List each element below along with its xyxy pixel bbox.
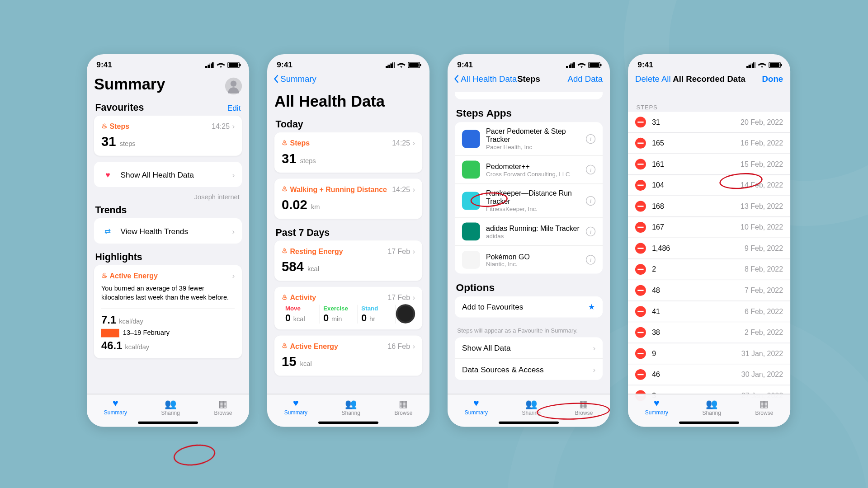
- data-row[interactable]: 9 31 Jan, 2022: [628, 343, 790, 365]
- highlight-card[interactable]: ♨Active Energy › You burned an average o…: [94, 265, 242, 358]
- app-row[interactable]: Runkeeper—Distance Run TrackerFitnessKee…: [455, 184, 603, 217]
- app-publisher: adidas: [486, 232, 580, 239]
- resting-energy-card[interactable]: ♨Resting Energy17 Feb› 584 kcal: [274, 240, 422, 281]
- data-value: 48: [652, 286, 738, 295]
- data-row[interactable]: 48 7 Feb, 2022: [628, 280, 790, 301]
- info-icon[interactable]: i: [586, 255, 595, 264]
- data-date: 9 Feb, 2022: [745, 244, 783, 253]
- steps-card[interactable]: ♨Steps 14:25› 31 steps: [94, 116, 242, 156]
- data-row[interactable]: 38 2 Feb, 2022: [628, 322, 790, 343]
- trends-header: Trends: [95, 205, 127, 216]
- tab-browse[interactable]: ▦Browse: [214, 398, 232, 416]
- home-indicator[interactable]: [138, 422, 198, 424]
- data-row[interactable]: 165 16 Feb, 2022: [628, 133, 790, 154]
- app-row[interactable]: Pedometer++Cross Forward Consulting, LLC…: [455, 156, 603, 184]
- steps-card[interactable]: ♨Steps14:25› 31 steps: [274, 132, 422, 173]
- status-bar: 9:41: [448, 54, 610, 72]
- data-row[interactable]: 31 20 Feb, 2022: [628, 112, 790, 133]
- app-icon: [462, 222, 480, 240]
- tab-browse[interactable]: ▦Browse: [575, 398, 593, 416]
- add-data-button[interactable]: Add Data: [568, 74, 603, 84]
- app-row[interactable]: Pacer Pedometer & Step TrackerPacer Heal…: [455, 122, 603, 155]
- data-sources-access[interactable]: Data Sources & Access›: [455, 359, 603, 380]
- data-row[interactable]: 104 14 Feb, 2022: [628, 175, 790, 196]
- home-indicator[interactable]: [679, 422, 739, 424]
- app-row[interactable]: adidas Running: Mile Trackeradidas i: [455, 218, 603, 246]
- walking-distance-card[interactable]: ♨Walking + Running Distance14:25› 0.02 k…: [274, 178, 422, 219]
- tab-sharing[interactable]: 👥Sharing: [161, 398, 180, 416]
- profile-icon[interactable]: [225, 77, 242, 94]
- phone-steps-detail: 9:41 All Health Data Steps Add Data Step…: [448, 54, 610, 427]
- data-row[interactable]: 1,486 9 Feb, 2022: [628, 238, 790, 259]
- tab-browse[interactable]: ▦Browse: [394, 398, 412, 416]
- delete-icon[interactable]: [635, 285, 646, 296]
- chevron-right-icon: ›: [412, 342, 415, 351]
- data-row[interactable]: 2 8 Feb, 2022: [628, 259, 790, 281]
- delete-icon[interactable]: [635, 243, 646, 254]
- add-to-favourites[interactable]: Add to Favourites★: [455, 296, 603, 318]
- data-row[interactable]: 168 13 Feb, 2022: [628, 196, 790, 217]
- show-all-health-data[interactable]: ♥ Show All Health Data ›: [94, 162, 242, 187]
- active-energy-card[interactable]: ♨Active Energy16 Feb› 15 kcal: [274, 335, 422, 375]
- favourites-header: Favourites Edit: [94, 100, 242, 116]
- view-trends[interactable]: ⇄ View Health Trends ›: [94, 218, 242, 244]
- delete-icon[interactable]: [635, 306, 646, 317]
- app-row[interactable]: Pokémon GONiantic, Inc. i: [455, 246, 603, 273]
- tab-sharing[interactable]: 👥Sharing: [703, 398, 721, 416]
- delete-icon[interactable]: [635, 201, 646, 212]
- wifi-icon: [397, 61, 406, 68]
- chevron-right-icon: ›: [412, 293, 415, 302]
- app-name: Runkeeper—Distance Run Tracker: [486, 189, 580, 206]
- back-button[interactable]: Summary: [273, 74, 316, 84]
- data-value: 46: [652, 371, 735, 379]
- watermark: Joseph internet: [94, 193, 242, 202]
- delete-icon[interactable]: [635, 138, 646, 149]
- delete-all-button[interactable]: Delete All: [635, 74, 671, 84]
- flame-icon: ♨: [282, 247, 288, 255]
- delete-icon[interactable]: [635, 348, 646, 359]
- delete-icon[interactable]: [635, 180, 646, 191]
- tab-summary[interactable]: ♥Summary: [284, 398, 307, 416]
- tab-summary[interactable]: ♥Summary: [645, 398, 668, 416]
- delete-icon[interactable]: [635, 369, 646, 380]
- delete-icon[interactable]: [635, 222, 646, 233]
- back-button[interactable]: All Health Data: [453, 74, 517, 84]
- tab-sharing[interactable]: 👥Sharing: [342, 398, 360, 416]
- flame-icon: ♨: [282, 185, 288, 193]
- info-icon[interactable]: i: [586, 227, 595, 236]
- home-indicator[interactable]: [499, 422, 559, 424]
- delete-icon[interactable]: [635, 327, 646, 338]
- delete-icon[interactable]: [635, 117, 646, 127]
- chevron-right-icon: ›: [412, 138, 415, 147]
- flame-icon: ♨: [101, 122, 107, 130]
- app-icon: [462, 192, 480, 210]
- show-all-label: Show All Health Data: [120, 170, 226, 179]
- data-date: 10 Feb, 2022: [741, 223, 783, 232]
- hl-unit-1: kcal/day: [119, 317, 143, 324]
- data-row[interactable]: 167 10 Feb, 2022: [628, 217, 790, 238]
- tab-browse[interactable]: ▦Browse: [755, 398, 773, 416]
- heart-icon: ♥: [113, 398, 118, 409]
- delete-icon[interactable]: [635, 264, 646, 275]
- data-row[interactable]: 46 30 Jan, 2022: [628, 364, 790, 385]
- wifi-icon: [758, 61, 766, 68]
- activity-card[interactable]: ♨Activity17 Feb› Move0 kcal Exercise0 mi…: [274, 287, 422, 329]
- status-time: 9:41: [96, 60, 112, 69]
- status-time: 9:41: [637, 60, 653, 69]
- tab-summary[interactable]: ♥Summary: [104, 398, 127, 416]
- home-indicator[interactable]: [318, 422, 378, 424]
- data-row[interactable]: 161 15 Feb, 2022: [628, 154, 790, 175]
- tab-sharing[interactable]: 👥Sharing: [522, 398, 541, 416]
- info-icon[interactable]: i: [586, 165, 595, 174]
- info-icon[interactable]: i: [586, 196, 595, 205]
- flame-icon: ♨: [101, 272, 107, 279]
- edit-button[interactable]: Edit: [227, 103, 241, 113]
- info-icon[interactable]: i: [586, 134, 595, 143]
- data-value: 165: [652, 139, 735, 148]
- hl-value-2: 46.1: [101, 340, 123, 352]
- delete-icon[interactable]: [635, 159, 646, 169]
- done-button[interactable]: Done: [762, 74, 783, 84]
- show-all-data[interactable]: Show All Data›: [455, 337, 603, 359]
- tab-summary[interactable]: ♥Summary: [465, 398, 488, 416]
- data-row[interactable]: 41 6 Feb, 2022: [628, 301, 790, 323]
